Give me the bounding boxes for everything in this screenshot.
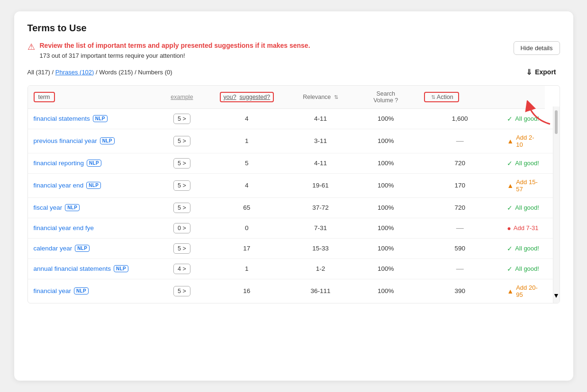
term-link-8[interactable]: financial year bbox=[34, 287, 72, 294]
table-row: financial year NLP 5 >1636-111100%390▲ A… bbox=[28, 279, 560, 303]
example-btn-3[interactable]: 5 > bbox=[173, 180, 190, 191]
term-cell-6: calendar year NLP bbox=[28, 238, 158, 258]
search-volume-cell-7: — bbox=[418, 258, 501, 279]
you-cell-1: 1 bbox=[206, 129, 288, 153]
table-row: fiscal year NLP 5 >6537-72100%720✓ All g… bbox=[28, 197, 560, 218]
suggested-cell-7: 1-2 bbox=[288, 258, 353, 279]
th-relevance[interactable]: Relevance ⇅ bbox=[288, 86, 353, 109]
th-you-suggested[interactable]: you? suggested? bbox=[206, 86, 288, 109]
action-add-red-5: ● Add 7-31 bbox=[507, 224, 539, 232]
page-title: Terms to Use bbox=[27, 23, 560, 34]
term-link-6[interactable]: calendar year bbox=[34, 245, 72, 252]
relevance-cell-3: 100% bbox=[353, 173, 418, 197]
term-cell-7: annual financial statements NLP bbox=[28, 258, 158, 279]
action-add-orange-3: ▲ Add 15-57 bbox=[507, 178, 539, 193]
action-cell-7: ✓ All good! bbox=[501, 258, 545, 279]
table-row: financial year end NLP 5 >419-61100%170▲… bbox=[28, 173, 560, 197]
example-btn-0[interactable]: 5 > bbox=[173, 114, 190, 124]
term-link-5[interactable]: financial year end fye bbox=[34, 224, 94, 232]
search-volume-cell-8: 390 bbox=[418, 279, 501, 303]
export-button[interactable]: ⇓ Export bbox=[522, 66, 560, 79]
error-icon-5: ● bbox=[507, 224, 511, 232]
export-icon: ⇓ bbox=[526, 68, 532, 77]
suggested-cell-8: 36-111 bbox=[288, 279, 353, 303]
action-good-0: ✓ All good! bbox=[507, 115, 539, 123]
example-btn-7[interactable]: 4 > bbox=[173, 264, 190, 274]
check-icon-6: ✓ bbox=[507, 245, 513, 252]
example-cell-0: 5 > bbox=[158, 108, 206, 129]
action-add-orange-8: ▲ Add 20-95 bbox=[507, 284, 539, 298]
term-link-4[interactable]: fiscal year bbox=[34, 204, 63, 211]
scroll-down-arrow[interactable]: ▼ bbox=[553, 292, 560, 299]
example-btn-6[interactable]: 5 > bbox=[173, 243, 190, 254]
table-row: financial reporting NLP 5 >54-11100%720✓… bbox=[28, 153, 560, 173]
check-icon-2: ✓ bbox=[507, 160, 513, 167]
nlp-badge-6: NLP bbox=[75, 245, 90, 252]
term-link-3[interactable]: financial year end bbox=[34, 182, 84, 189]
main-card: Terms to Use ⚠ Review the list of import… bbox=[14, 11, 573, 381]
th-term-label: term bbox=[34, 92, 55, 102]
scrollbar[interactable]: ▼ bbox=[553, 107, 560, 303]
term-link-2[interactable]: financial reporting bbox=[34, 160, 84, 167]
th-relevance-label: Relevance bbox=[303, 94, 331, 100]
dash: — bbox=[456, 137, 464, 145]
example-cell-4: 5 > bbox=[158, 197, 206, 218]
relevance-cell-2: 100% bbox=[353, 153, 418, 173]
you-cell-3: 4 bbox=[206, 173, 288, 197]
action-good-2: ✓ All good! bbox=[507, 160, 539, 167]
example-btn-4[interactable]: 5 > bbox=[173, 203, 190, 213]
term-cell-4: fiscal year NLP bbox=[28, 197, 158, 218]
term-cell-5: financial year end fye bbox=[28, 218, 158, 238]
table-wrapper: term example you? suggested? Relevance ⇅ bbox=[27, 85, 560, 303]
example-btn-8[interactable]: 5 > bbox=[173, 286, 190, 296]
term-link-0[interactable]: financial statements bbox=[34, 115, 90, 122]
action-add-orange-1: ▲ Add 2-10 bbox=[507, 134, 539, 148]
search-volume-cell-0: 1,600 bbox=[418, 108, 501, 129]
action-cell-1: ▲ Add 2-10 bbox=[501, 129, 545, 153]
you-cell-7: 1 bbox=[206, 258, 288, 279]
term-link-1[interactable]: previous financial year bbox=[34, 137, 97, 144]
filter-phrases[interactable]: Phrases (102) bbox=[55, 69, 94, 76]
table-row: previous financial year NLP 5 >13-11100%… bbox=[28, 129, 560, 153]
example-btn-5[interactable]: 0 > bbox=[173, 223, 190, 233]
suggested-cell-3: 19-61 bbox=[288, 173, 353, 197]
nlp-badge-4: NLP bbox=[65, 204, 80, 211]
alert-text-block: Review the list of important terms and a… bbox=[40, 41, 509, 59]
check-icon-0: ✓ bbox=[507, 115, 513, 123]
action-cell-8: ▲ Add 20-95 bbox=[501, 279, 545, 303]
action-sort-icon: ⇅ bbox=[431, 94, 435, 100]
th-search-volume-label: SearchVolume ? bbox=[373, 90, 398, 104]
scrollbar-thumb[interactable] bbox=[555, 110, 558, 134]
nlp-badge-8: NLP bbox=[74, 287, 89, 294]
example-btn-2[interactable]: 5 > bbox=[173, 158, 190, 169]
term-link-7[interactable]: annual financial statements bbox=[34, 265, 111, 272]
term-cell-1: previous financial year NLP bbox=[28, 129, 158, 153]
hide-details-button[interactable]: Hide details bbox=[514, 41, 560, 55]
table-row: calendar year NLP 5 >1715-33100%590✓ All… bbox=[28, 238, 560, 258]
th-search-volume: SearchVolume ? bbox=[353, 86, 418, 109]
th-example-label: example bbox=[171, 94, 193, 100]
th-term[interactable]: term bbox=[28, 86, 158, 109]
action-good-6: ✓ All good! bbox=[507, 245, 539, 252]
example-cell-7: 4 > bbox=[158, 258, 206, 279]
you-cell-8: 16 bbox=[206, 279, 288, 303]
example-btn-1[interactable]: 5 > bbox=[173, 136, 190, 146]
suggested-cell-0: 4-11 bbox=[288, 108, 353, 129]
relevance-cell-0: 100% bbox=[353, 108, 418, 129]
search-volume-cell-3: 170 bbox=[418, 173, 501, 197]
th-example: example bbox=[158, 86, 206, 109]
relevance-cell-8: 100% bbox=[353, 279, 418, 303]
you-cell-2: 5 bbox=[206, 153, 288, 173]
nlp-badge-3: NLP bbox=[86, 182, 101, 189]
th-action[interactable]: ⇅ Action bbox=[418, 86, 501, 109]
relevance-cell-4: 100% bbox=[353, 197, 418, 218]
action-good-7: ✓ All good! bbox=[507, 265, 539, 273]
action-cell-0: ✓ All good! bbox=[501, 108, 545, 129]
terms-table: term example you? suggested? Relevance ⇅ bbox=[28, 86, 560, 303]
alert-main-text: Review the list of important terms and a… bbox=[40, 41, 509, 51]
warning-icon-3: ▲ bbox=[507, 182, 514, 189]
action-cell-2: ✓ All good! bbox=[501, 153, 545, 173]
you-cell-4: 65 bbox=[206, 197, 288, 218]
relevance-cell-6: 100% bbox=[353, 238, 418, 258]
term-cell-0: financial statements NLP bbox=[28, 108, 158, 129]
